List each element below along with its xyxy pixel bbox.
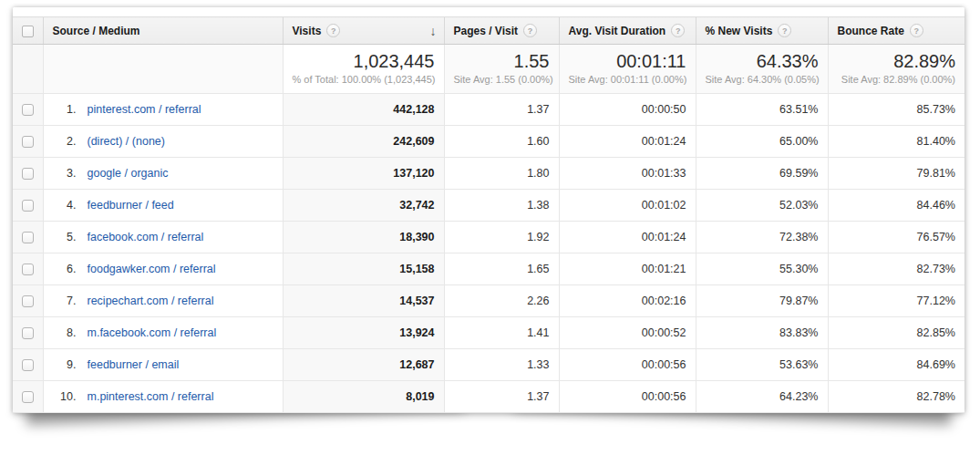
row-checkbox[interactable] [22,359,34,371]
select-all-header-cell [13,17,43,45]
column-header-bounce-rate[interactable]: Bounce Rate ? [828,17,965,45]
pct-new-visits: 64.33% [706,51,819,72]
visits-cell: 8,019 [283,381,444,413]
row-rank: 4. [55,199,77,212]
source-medium-link[interactable]: (direct) / (none) [88,135,165,148]
summary-totals-row: 1,023,445 % of Total: 100.00% (1,023,445… [13,45,965,94]
row-rank: 2. [55,135,77,148]
visits-cell: 18,390 [283,222,444,253]
pages-per-visit-cell: 1.33 [444,349,559,381]
new-visits-cell: 65.00% [696,126,828,158]
row-checkbox-cell [13,253,43,285]
row-rank: 1. [55,103,77,116]
visits-cell: 242,609 [283,126,444,158]
table-row: 3.google / organic 137,120 1.80 00:01:33… [13,158,965,190]
column-header-source-medium[interactable]: Source / Medium [43,17,283,45]
table-row: 4.feedburner / feed 32,742 1.38 00:01:02… [13,190,965,222]
bounce-rate-cell: 84.46% [828,190,965,222]
column-label: Bounce Rate [838,25,904,37]
source-medium-cell: 1.pinterest.com / referral [43,94,283,126]
source-medium-cell: 10.m.pinterest.com / referral [43,381,283,413]
avg-duration-cell: 00:01:24 [559,126,696,158]
row-checkbox-cell [13,94,43,126]
source-medium-link[interactable]: foodgawker.com / referral [88,263,216,275]
source-medium-link[interactable]: feedburner / email [88,358,180,371]
row-rank: 9. [55,358,77,371]
source-medium-cell: 4.feedburner / feed [43,190,283,222]
column-label: Source / Medium [53,25,140,37]
row-checkbox[interactable] [22,327,34,339]
new-visits-cell: 64.23% [696,381,828,413]
row-checkbox[interactable] [22,168,34,180]
row-checkbox[interactable] [22,104,34,116]
row-checkbox[interactable] [22,391,34,403]
new-visits-cell: 69.59% [696,158,828,190]
bounce-rate-cell: 82.73% [828,253,965,285]
table-row: 9.feedburner / email 12,687 1.33 00:00:5… [13,349,965,381]
row-checkbox-cell [13,190,43,222]
pct-new-visits-subtext: Site Avg: 64.30% (0.05%) [706,74,819,85]
summary-bounce-cell: 82.89% Site Avg: 82.89% (0.00%) [828,45,965,94]
summary-checkbox-cell [13,45,43,94]
pages-per-visit-cell: 2.26 [444,285,559,317]
sort-desc-icon[interactable]: ↓ [430,25,437,37]
help-icon[interactable]: ? [910,24,923,37]
avg-duration-cell: 00:01:02 [559,190,696,222]
source-medium-link[interactable]: google / organic [88,167,169,180]
help-icon[interactable]: ? [671,24,685,37]
table-row: 1.pinterest.com / referral 442,128 1.37 … [13,94,965,126]
summary-visits-cell: 1,023,445 % of Total: 100.00% (1,023,445… [283,45,444,94]
summary-pages-cell: 1.55 Site Avg: 1.55 (0.00%) [444,45,559,94]
bounce-rate-total: 82.89% [838,51,956,72]
row-rank: 8. [55,326,77,339]
row-rank: 5. [55,231,77,243]
source-medium-link[interactable]: m.pinterest.com / referral [88,390,214,403]
help-icon[interactable]: ? [523,24,537,37]
row-checkbox[interactable] [22,264,34,275]
column-header-avg-visit-duration[interactable]: Avg. Visit Duration ? [559,17,696,45]
pages-per-visit-cell: 1.37 [444,381,559,413]
column-header-pages-visit[interactable]: Pages / Visit ? [444,17,559,45]
source-medium-cell: 5.facebook.com / referral [43,222,283,253]
source-medium-table: Source / Medium Visits ? ↓ Pages / Visit… [13,16,965,413]
table-row: 5.facebook.com / referral 18,390 1.92 00… [13,222,965,253]
column-label: Pages / Visit [454,25,518,37]
bounce-rate-cell: 81.40% [828,126,965,158]
row-checkbox[interactable] [22,295,34,307]
visits-cell: 442,128 [283,94,444,126]
source-medium-link[interactable]: feedburner / feed [88,199,174,212]
row-checkbox[interactable] [22,200,34,212]
source-medium-link[interactable]: recipechart.com / referral [88,295,214,307]
pages-per-visit-cell: 1.65 [444,253,559,285]
row-checkbox-cell [13,349,43,381]
total-visits: 1,023,445 [293,51,435,72]
row-checkbox-cell [13,317,43,349]
source-medium-link[interactable]: facebook.com / referral [88,231,204,243]
summary-source-cell [43,45,283,94]
row-checkbox[interactable] [22,136,34,148]
avg-duration-cell: 00:00:50 [559,94,696,126]
row-checkbox-cell [13,158,43,190]
source-medium-link[interactable]: m.facebook.com / referral [88,326,217,339]
help-icon[interactable]: ? [778,24,791,37]
bounce-rate-cell: 77.12% [828,285,965,317]
help-icon[interactable]: ? [326,24,340,37]
source-medium-link[interactable]: pinterest.com / referral [88,103,201,116]
source-medium-cell: 6.foodgawker.com / referral [43,253,283,285]
total-visits-subtext: % of Total: 100.00% (1,023,445) [293,74,435,85]
card-top-padding [13,7,965,16]
analytics-data-table-card: Source / Medium Visits ? ↓ Pages / Visit… [13,7,965,413]
table-row: 7.recipechart.com / referral 14,537 2.26… [13,285,965,317]
table-row: 10.m.pinterest.com / referral 8,019 1.37… [13,381,965,413]
avg-duration-cell: 00:01:24 [559,222,696,253]
new-visits-cell: 83.83% [696,317,828,349]
column-header-new-visits[interactable]: % New Visits ? [696,17,828,45]
row-checkbox-cell [13,126,43,158]
row-checkbox[interactable] [22,232,34,243]
select-all-checkbox[interactable] [22,26,34,37]
row-checkbox-cell [13,222,43,253]
visits-cell: 12,687 [283,349,444,381]
bounce-rate-subtext: Site Avg: 82.89% (0.00%) [838,74,956,85]
row-checkbox-cell [13,285,43,317]
column-header-visits[interactable]: Visits ? ↓ [283,17,444,45]
